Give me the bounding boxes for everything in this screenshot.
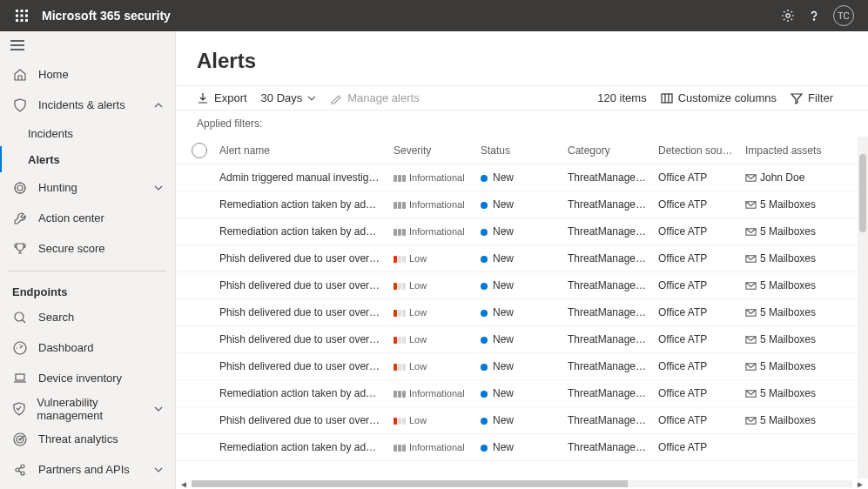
sidebar-item-partners-and-apis[interactable]: Partners and APIs (0, 454, 175, 485)
alert-name: Admin triggered manual investigation o..… (214, 171, 388, 184)
category-cell: ThreatManagement (562, 279, 653, 291)
svg-rect-2 (25, 10, 28, 12)
svg-rect-3 (16, 15, 18, 17)
customize-columns-button[interactable]: Customize columns (661, 91, 777, 104)
alert-name: Phish delivered due to user override (214, 279, 388, 291)
asset-cell: 5 Mailboxes (740, 360, 836, 372)
divider (9, 271, 166, 271)
status-cell: New (475, 333, 562, 345)
mailbox-icon (745, 226, 757, 238)
applied-filters-label: Applied filters: (176, 111, 868, 137)
sidebar-item-action-center[interactable]: Action center (0, 203, 175, 233)
col-status[interactable]: Status (475, 144, 562, 157)
severity-cell: Informational (388, 198, 475, 211)
app-launcher-icon[interactable] (9, 10, 35, 22)
table-header: Alert name Severity Status Category Dete… (176, 137, 858, 164)
table-row[interactable]: Remediation action taken by admin on ...… (176, 380, 858, 407)
svg-point-10 (813, 19, 814, 20)
sidebar-item-vulnerability-management[interactable]: Vulnerability management (0, 393, 175, 424)
sidebar-item-alerts[interactable]: Alerts (0, 146, 175, 172)
horizontal-scrollbar[interactable]: ◄► (176, 479, 868, 489)
asset-cell: 5 Mailboxes (740, 414, 836, 426)
severity-cell: Low (388, 252, 475, 265)
home-icon (12, 68, 28, 82)
date-range-dropdown[interactable]: 30 Days (261, 91, 317, 104)
table-row[interactable]: Admin triggered manual investigation o..… (176, 164, 858, 191)
status-cell: New (475, 225, 562, 238)
chevron-up-icon (154, 103, 163, 108)
export-button[interactable]: Export (197, 91, 247, 104)
category-cell: ThreatManagement (562, 225, 653, 238)
sidebar-item-hunting[interactable]: Hunting (0, 172, 175, 203)
page-title: Alerts (176, 31, 868, 85)
select-all[interactable] (192, 143, 207, 158)
svg-rect-15 (16, 374, 24, 380)
svg-point-13 (15, 312, 24, 321)
category-cell: ThreatManagement (562, 252, 653, 265)
asset-cell: 5 Mailboxes (740, 252, 836, 265)
status-cell: New (475, 171, 562, 184)
help-icon[interactable] (807, 9, 821, 23)
table-row[interactable]: Phish delivered due to user override Low… (176, 245, 858, 272)
source-cell: Office ATP (653, 306, 740, 318)
col-alert-name[interactable]: Alert name (214, 144, 388, 157)
svg-rect-7 (21, 19, 24, 22)
gauge-icon (12, 341, 28, 355)
sidebar-item-search[interactable]: Search (0, 302, 175, 332)
shieldcheck-icon (12, 402, 26, 416)
chevron-down-icon (154, 467, 163, 472)
table-row[interactable]: Remediation action taken by admin on ...… (176, 191, 858, 218)
chevron-down-icon (154, 185, 163, 191)
table-row[interactable]: Phish delivered due to user override Low… (176, 407, 858, 434)
settings-icon[interactable] (781, 9, 795, 23)
chevron-down-icon (154, 406, 163, 412)
manage-alerts-button[interactable]: Manage alerts (330, 91, 419, 104)
svg-rect-8 (25, 19, 28, 22)
severity-cell: Informational (388, 387, 475, 399)
items-count: 120 items (597, 91, 646, 104)
col-impacted-assets[interactable]: Impacted assets (740, 144, 836, 157)
svg-rect-1 (21, 10, 24, 12)
table-row[interactable]: Phish delivered due to user override Low… (176, 326, 858, 353)
svg-rect-4 (21, 15, 24, 17)
source-cell: Office ATP (653, 252, 740, 265)
sidebar-item-home[interactable]: Home (0, 59, 175, 90)
severity-cell: Low (388, 306, 475, 318)
severity-cell: Low (388, 333, 475, 345)
filter-button[interactable]: Filter (791, 91, 833, 104)
sidebar-item-incidents[interactable]: Incidents (0, 120, 175, 146)
status-cell: New (475, 414, 562, 426)
sidebar-item-threat-analytics[interactable]: Threat analytics (0, 424, 175, 454)
mailbox-icon (745, 172, 757, 184)
source-cell: Office ATP (653, 387, 740, 399)
col-category[interactable]: Category (562, 144, 653, 157)
mailbox-icon (745, 199, 757, 211)
asset-cell: 5 Mailboxes (740, 333, 836, 345)
severity-cell: Informational (388, 441, 475, 453)
table-row[interactable]: Phish delivered due to user override Low… (176, 299, 858, 326)
category-cell: ThreatManagement (562, 441, 653, 453)
col-detection-source[interactable]: Detection source (653, 144, 740, 157)
table-row[interactable]: Remediation action taken by admin on ...… (176, 218, 858, 245)
category-cell: ThreatManagement (562, 333, 653, 345)
avatar[interactable]: TC (833, 5, 854, 26)
sidebar-item-incidents-alerts[interactable]: Incidents & alerts (0, 90, 175, 120)
col-severity[interactable]: Severity (388, 144, 475, 157)
mailbox-icon (745, 253, 757, 265)
laptop-icon (12, 372, 28, 385)
table-row[interactable]: Phish delivered due to user override Low… (176, 353, 858, 380)
svg-point-9 (786, 14, 790, 17)
category-cell: ThreatManagement (562, 171, 653, 184)
vertical-scrollbar[interactable] (858, 137, 868, 479)
sidebar-item-secure-score[interactable]: Secure score (0, 233, 175, 264)
severity-cell: Informational (388, 225, 475, 238)
category-cell: ThreatManagement (562, 306, 653, 318)
hamburger-icon[interactable] (0, 31, 175, 59)
sidebar-item-dashboard[interactable]: Dashboard (0, 332, 175, 363)
table-row[interactable]: Phish delivered due to user override Low… (176, 272, 858, 299)
svg-rect-6 (16, 19, 18, 22)
status-cell: New (475, 198, 562, 211)
severity-cell: Low (388, 414, 475, 426)
table-row[interactable]: Remediation action taken by admin on ...… (176, 434, 858, 461)
sidebar-item-device-inventory[interactable]: Device inventory (0, 363, 175, 393)
